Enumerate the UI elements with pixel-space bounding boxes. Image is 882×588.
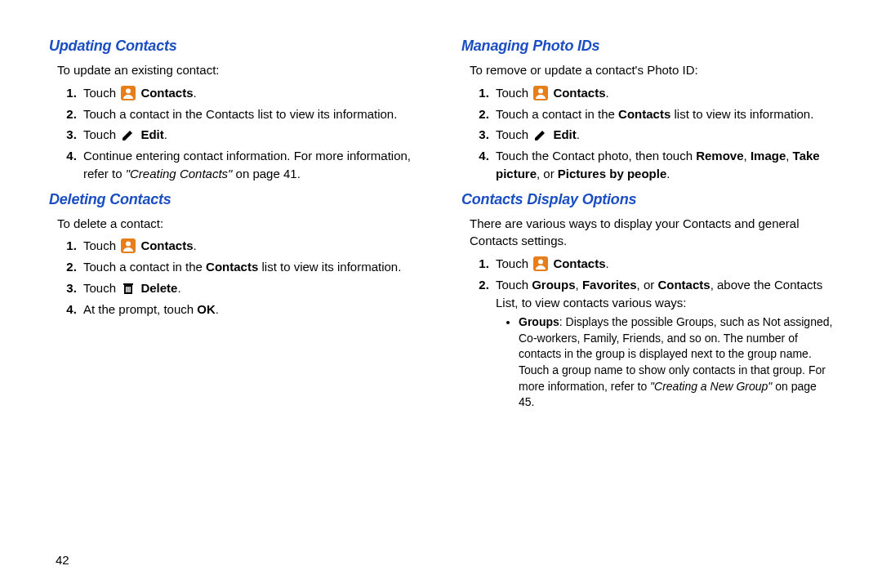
- intro-text: To delete a contact:: [57, 215, 421, 233]
- svg-point-12: [538, 260, 543, 265]
- step-item: Continue entering contact information. F…: [80, 147, 421, 183]
- text: At the prompt, touch: [83, 302, 197, 316]
- text: Touch: [83, 281, 119, 295]
- delete-label: Delete: [140, 281, 177, 295]
- text: .: [577, 127, 580, 141]
- heading-deleting-contacts: Deleting Contacts: [49, 191, 421, 208]
- steps-updating: Touch Contacts. Touch a contact in the C…: [57, 84, 421, 183]
- text: on page 41.: [232, 167, 300, 180]
- manual-page: Updating Contacts To update an existing …: [0, 0, 882, 539]
- bold: Contacts: [657, 278, 710, 292]
- text: .: [194, 86, 197, 100]
- text: Touch a contact in the: [496, 107, 618, 121]
- edit-icon: [533, 127, 548, 142]
- step-item: Touch Contacts.: [492, 255, 833, 273]
- text: .: [606, 256, 609, 270]
- delete-icon: [121, 281, 136, 296]
- text: .: [177, 281, 180, 295]
- step-item: Touch Contacts.: [80, 84, 421, 102]
- intro-text: There are various ways to display your C…: [470, 215, 833, 251]
- step-item: Touch Edit.: [492, 126, 833, 144]
- bold: OK: [197, 302, 216, 316]
- sub-bullets: Groups: Displays the possible Groups, su…: [510, 314, 833, 411]
- step-item: Touch a contact in the Contacts list to …: [80, 105, 421, 123]
- text: Touch a contact in the: [83, 260, 206, 274]
- bold: Groups: [519, 315, 559, 328]
- xref: "Creating Contacts": [126, 167, 233, 180]
- text: , or: [637, 278, 658, 292]
- bullet-item: Groups: Displays the possible Groups, su…: [519, 314, 833, 411]
- heading-managing-photo-ids: Managing Photo IDs: [461, 38, 833, 55]
- svg-rect-8: [130, 287, 131, 292]
- contacts-label: Contacts: [553, 86, 605, 100]
- steps-deleting: Touch Contacts. Touch a contact in the C…: [57, 237, 421, 318]
- text: , or: [537, 167, 558, 180]
- bold: Pictures by people: [558, 167, 666, 180]
- intro-text: To remove or update a contact's Photo ID…: [470, 61, 833, 79]
- text: .: [164, 127, 167, 141]
- text: ,: [744, 149, 751, 163]
- text: list to view its information.: [670, 107, 813, 121]
- bold: Contacts: [206, 260, 258, 274]
- left-column: Updating Contacts To update an existing …: [24, 33, 437, 539]
- step-item: Touch a contact in the Contacts list to …: [80, 258, 421, 276]
- steps-photoid: Touch Contacts. Touch a contact in the C…: [470, 84, 833, 183]
- step-item: Touch Edit.: [80, 126, 421, 144]
- contacts-label: Contacts: [553, 256, 605, 270]
- svg-point-10: [538, 88, 543, 93]
- edit-label: Edit: [140, 127, 163, 141]
- text: Touch: [83, 238, 119, 252]
- step-item: Touch the Contact photo, then touch Remo…: [492, 147, 833, 183]
- bold: Contacts: [618, 107, 670, 121]
- step-item: Touch a contact in the Contacts list to …: [492, 105, 833, 123]
- text: list to view its information.: [258, 260, 401, 274]
- step-item: Touch Delete.: [80, 279, 421, 297]
- right-column: Managing Photo IDs To remove or update a…: [437, 33, 849, 539]
- contacts-icon: [121, 238, 136, 253]
- steps-display: Touch Contacts. Touch Groups, Favorites,…: [470, 255, 833, 411]
- step-item: At the prompt, touch OK.: [80, 301, 421, 318]
- bold: Favorites: [582, 278, 637, 292]
- text: .: [194, 238, 197, 252]
- text: Touch the Contact photo, then touch: [496, 149, 696, 163]
- edit-label: Edit: [553, 127, 576, 141]
- text: Touch: [496, 256, 532, 270]
- text: Touch: [496, 278, 532, 292]
- contacts-icon: [121, 86, 136, 100]
- text: ,: [576, 278, 582, 292]
- xref: "Creating a New Group": [650, 380, 772, 393]
- text: .: [606, 86, 609, 100]
- heading-display-options: Contacts Display Options: [461, 191, 833, 208]
- text: .: [216, 302, 219, 316]
- text: .: [666, 167, 670, 180]
- edit-icon: [121, 127, 136, 142]
- contacts-label: Contacts: [140, 86, 193, 100]
- contacts-label: Contacts: [140, 238, 193, 252]
- text: Touch: [496, 127, 532, 141]
- svg-point-1: [126, 88, 131, 93]
- text: Touch: [83, 86, 119, 100]
- svg-rect-5: [123, 283, 133, 285]
- text: Touch: [496, 86, 532, 100]
- intro-text: To update an existing contact:: [57, 61, 421, 79]
- text: Touch: [83, 127, 119, 141]
- bold: Remove: [696, 149, 743, 163]
- step-item: Touch Contacts.: [80, 237, 421, 255]
- step-item: Touch Contacts.: [492, 84, 833, 102]
- svg-point-3: [126, 242, 131, 247]
- contacts-icon: [533, 256, 548, 271]
- heading-updating-contacts: Updating Contacts: [49, 38, 421, 55]
- page-number: 42: [56, 553, 69, 567]
- svg-rect-6: [126, 287, 127, 292]
- step-item: Touch Groups, Favorites, or Contacts, ab…: [492, 276, 833, 411]
- bold: Image: [751, 149, 786, 163]
- svg-rect-7: [127, 287, 129, 292]
- text: ,: [786, 149, 792, 163]
- bold: Groups: [532, 278, 575, 292]
- contacts-icon: [533, 86, 548, 100]
